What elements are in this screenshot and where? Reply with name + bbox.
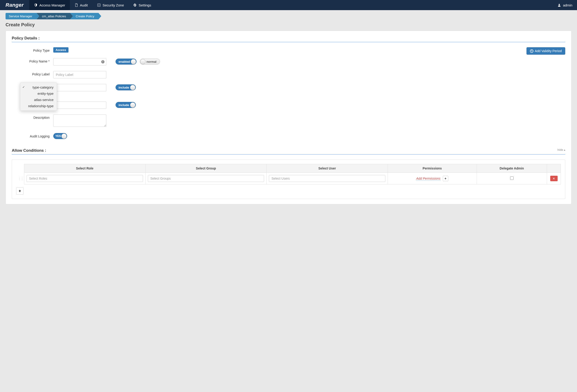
label-description: Description [12, 114, 53, 119]
user-label: admin [563, 3, 572, 7]
toggle-knob [131, 59, 136, 64]
breadcrumb-create-policy[interactable]: Create Policy [70, 13, 98, 19]
add-permission-plus-button[interactable]: + [443, 176, 448, 181]
th-select-user: Select User [267, 164, 388, 173]
svg-point-1 [559, 4, 560, 5]
section-title-details: Policy Details : [12, 36, 565, 42]
section-title-allow: Allow Conditions : hide ▴ [12, 148, 565, 154]
validity-label: Add Validity Period [535, 49, 562, 53]
page-title: Create Policy [5, 22, 572, 28]
allow-conditions-label: Allow Conditions : [12, 148, 46, 153]
file-icon [74, 3, 78, 7]
allow-conditions-panel: Select Role Select Group Select User Per… [12, 160, 565, 199]
th-delegate-admin: Delegate Admin [477, 164, 547, 173]
info-icon[interactable]: i [101, 60, 105, 63]
th-permissions: Permissions [388, 164, 477, 173]
label-audit-logging: Audit Logging [12, 133, 53, 138]
chevron-up-icon: ▴ [564, 148, 565, 151]
dropdown-item-type-category[interactable]: type-category [20, 84, 57, 90]
policy-name-input[interactable] [53, 58, 106, 66]
select-groups-input[interactable] [148, 175, 264, 182]
dropdown-item-entity-type[interactable]: entity-type [20, 90, 57, 97]
nav-security-zone[interactable]: Security Zone [92, 0, 129, 10]
nav-access-manager[interactable]: Access Manager [29, 0, 70, 10]
policy-label-input[interactable] [53, 71, 106, 78]
conditions-table: Select Role Select Group Select User Per… [16, 164, 561, 184]
clock-icon [530, 49, 533, 53]
include-toggle-2[interactable]: include [115, 102, 136, 108]
label-policy-label: Policy Label [12, 71, 53, 76]
add-permissions-link[interactable]: Add Permissions [416, 177, 440, 181]
toggle-knob [140, 59, 145, 64]
nav-user[interactable]: admin [553, 3, 577, 7]
toggle-knob [61, 134, 67, 139]
toggle-knob [130, 102, 135, 108]
bolt-icon [97, 3, 101, 7]
table-row: ⋮⋮⋮⋮⋮⋮ Add Permissions + ✕ [16, 173, 561, 184]
nav-label: Audit [80, 3, 88, 7]
brand-logo[interactable]: Ranger [0, 2, 29, 8]
nav-label: Settings [139, 3, 151, 7]
label-policy-type: Policy Type [12, 47, 53, 52]
breadcrumb: Service Manager cm_atlas Policies Create… [5, 13, 572, 19]
resource-type-dropdown: type-category entity-type atlas-service … [20, 83, 57, 111]
policy-card: Policy Details : Policy Type Access Add … [5, 31, 572, 204]
nav-label: Security Zone [103, 3, 124, 7]
breadcrumb-service-manager[interactable]: Service Manager [5, 13, 36, 19]
nav-settings[interactable]: Settings [128, 0, 156, 10]
include-toggle-1[interactable]: include [115, 84, 136, 90]
shield-icon [34, 3, 37, 7]
gear-icon [133, 3, 137, 7]
user-icon [557, 3, 561, 7]
dropdown-item-relationship-type[interactable]: relationship-type [20, 103, 57, 109]
audit-logging-toggle[interactable]: YES [53, 133, 67, 139]
add-row-button[interactable]: + [16, 187, 24, 195]
add-validity-period-button[interactable]: Add Validity Period [527, 47, 565, 55]
dropdown-item-atlas-service[interactable]: atlas-service [20, 97, 57, 103]
navbar: Ranger Access Manager Audit Security Zon… [0, 0, 577, 10]
description-textarea[interactable] [53, 114, 106, 127]
drag-handle-icon[interactable]: ⋮⋮⋮⋮⋮⋮ [18, 177, 22, 180]
nav-label: Access Manager [39, 3, 65, 7]
enabled-toggle[interactable]: enabled [115, 59, 137, 65]
nav-audit[interactable]: Audit [70, 0, 92, 10]
th-select-group: Select Group [145, 164, 267, 173]
label-policy-name: Policy Name * [12, 58, 53, 63]
policy-type-badge: Access [53, 47, 69, 53]
hide-link[interactable]: hide ▴ [557, 148, 565, 151]
select-users-input[interactable] [269, 175, 385, 182]
resource-value-input-2[interactable] [53, 102, 106, 109]
normal-toggle[interactable]: normal [140, 59, 160, 65]
resource-value-input-1[interactable] [53, 84, 106, 91]
select-roles-input[interactable] [27, 175, 143, 182]
remove-row-button[interactable]: ✕ [550, 176, 558, 181]
th-select-role: Select Role [24, 164, 145, 173]
delegate-admin-checkbox[interactable] [510, 177, 514, 180]
toggle-knob [130, 85, 135, 90]
breadcrumb-policies[interactable]: cm_atlas Policies [36, 13, 70, 19]
